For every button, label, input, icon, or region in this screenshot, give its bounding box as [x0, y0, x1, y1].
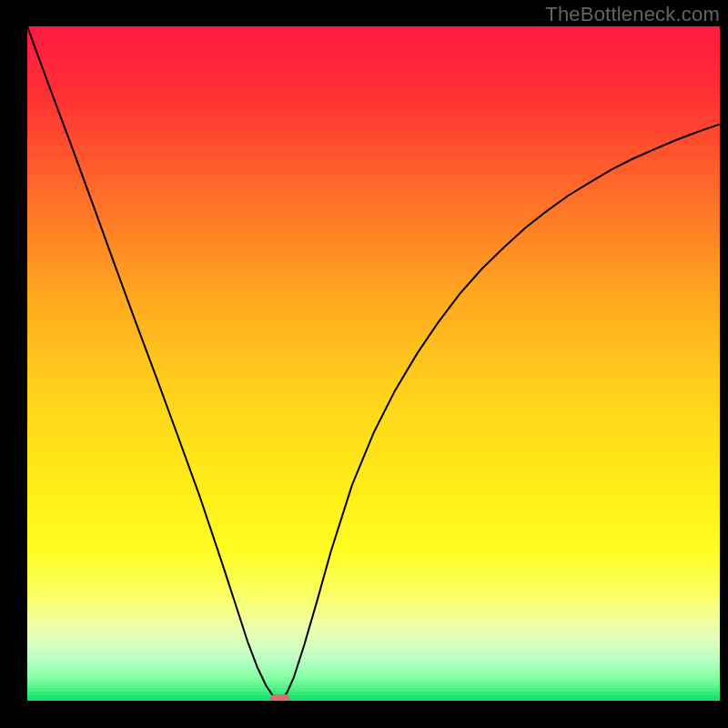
chart-frame: TheBottleneck.com	[0, 0, 728, 728]
watermark-text: TheBottleneck.com	[545, 3, 720, 26]
bottleneck-marker	[270, 694, 289, 701]
curve-svg	[27, 26, 720, 701]
bottleneck-curve	[27, 26, 720, 701]
plot-area	[27, 26, 720, 701]
